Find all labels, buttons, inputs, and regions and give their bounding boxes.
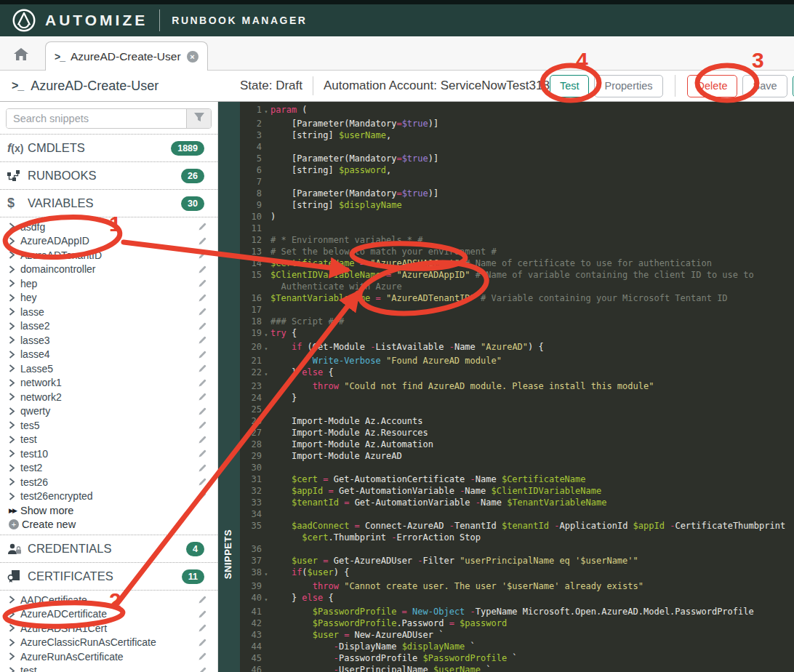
variable-item[interactable]: hep [0,276,217,291]
edit-pencil-icon[interactable] [198,222,207,231]
code-line[interactable]: 3 [string] $userName, [240,129,794,141]
edit-pencil-icon[interactable] [198,492,207,501]
search-input[interactable] [7,109,186,128]
code-line[interactable]: 38▾ if($user) { [240,567,794,580]
variable-item[interactable]: Lasse5 [0,361,217,376]
edit-pencil-icon[interactable] [198,265,207,274]
code-line[interactable]: 32 $appId = Get-AutomationVariable -Name… [240,485,794,497]
code-line[interactable]: 9 [string] $displayName [240,199,794,211]
edit-pencil-icon[interactable] [198,321,207,331]
edit-pencil-icon[interactable] [198,378,207,388]
edit-pencil-icon[interactable] [198,623,207,633]
section-credentials[interactable]: CREDENTIALS 4 [0,535,217,563]
edit-pencil-icon[interactable] [198,435,207,444]
chevron-right-icon[interactable] [9,652,20,660]
chevron-right-icon[interactable] [9,393,20,401]
properties-button[interactable]: Properties [594,75,662,97]
code-line[interactable]: 44 -DisplayName $displayName ` [240,641,794,652]
code-line[interactable]: 28 Import-Module Az.Automation [240,439,794,450]
code-line[interactable]: 40▾ } else { [240,592,794,606]
fold-caret-icon[interactable]: ▾ [262,327,270,341]
chevron-right-icon[interactable] [9,667,20,672]
variable-item[interactable]: AzureADAppID [0,234,217,249]
fold-caret-icon[interactable]: ▾ [262,567,270,580]
variable-item[interactable]: hey [0,291,217,305]
chevron-right-icon[interactable] [9,308,20,316]
variable-item[interactable]: network1 [0,376,217,391]
code-line[interactable]: 39 throw "Cannot create user. The user '… [240,580,794,592]
certificate-item[interactable]: AzureADSHA1Cert [0,621,217,636]
certificate-item[interactable]: AzureRunAsCertificate [0,649,217,664]
edit-pencil-icon[interactable] [198,392,207,401]
chevron-right-icon[interactable] [9,464,20,472]
variable-item[interactable]: lasse3 [0,333,217,348]
home-tab[interactable] [9,41,33,70]
code-line[interactable]: 22▾ } else { [240,367,794,380]
chevron-right-icon[interactable] [9,478,20,486]
variable-item[interactable]: qwerty [0,404,217,419]
chevron-right-icon[interactable] [9,610,20,618]
variable-item[interactable]: test26encrypted [0,489,217,504]
code-line[interactable]: 10) [240,211,794,223]
code-line[interactable]: 12# * Environment variabels * # [240,234,794,246]
code-line[interactable]: 41 $PasswordProfile = New-Object -TypeNa… [240,606,794,617]
chevron-right-icon[interactable] [9,237,20,245]
variable-item[interactable]: tes5 [0,418,217,433]
chevron-right-icon[interactable] [9,421,20,429]
edit-pencil-icon[interactable] [198,477,207,487]
code-line[interactable]: 34 [240,508,794,520]
code-line[interactable]: 19▾try { [240,327,794,341]
chevron-right-icon[interactable] [9,364,20,372]
snippets-panel-strip[interactable]: SNIPPETS [218,102,240,672]
variable-item[interactable]: lasse2 [0,319,217,334]
code-line[interactable]: 17 [240,304,794,316]
section-runbooks[interactable]: RUNBOOKS 26 [0,162,217,190]
section-cmdlets[interactable]: f(x) CMDLETS 1889 [0,135,217,162]
code-line[interactable]: 31 $cert = Get-AutomationCertificate -Na… [240,473,794,485]
edit-pencil-icon[interactable] [198,407,207,416]
code-line[interactable]: 33 $tenantId = Get-AutomationVariable -N… [240,497,794,508]
variable-item[interactable]: lasse [0,305,217,319]
test-button[interactable]: Test [550,75,590,97]
code-line[interactable]: 2 [Parameter(Mandatory=$true)] [240,118,794,129]
edit-pencil-icon[interactable] [198,595,207,604]
edit-pencil-icon[interactable] [198,279,207,288]
code-line[interactable]: 21 Write-Verbose "Found AzureAD module" [240,355,794,367]
chevron-right-icon[interactable] [9,351,20,359]
code-line[interactable]: 24 } [240,392,794,404]
code-line[interactable]: 36 [240,543,794,555]
edit-pencil-icon[interactable] [198,638,207,647]
chevron-right-icon[interactable] [9,294,20,302]
edit-pencil-icon[interactable] [198,364,207,373]
edit-pencil-icon[interactable] [198,449,207,458]
chevron-right-icon[interactable] [9,322,20,330]
fold-caret-icon[interactable]: ▾ [262,341,270,355]
variable-item[interactable]: test26 [0,475,217,489]
code-line[interactable]: 20▾ if (Get-Module -ListAvailable -Name … [240,341,794,355]
fold-caret-icon[interactable]: ▾ [262,592,270,606]
code-line[interactable]: 46 -UserPrincipalName $userName ` [240,664,794,672]
code-line[interactable]: 35 $aadConnect = Connect-AzureAD -Tenant… [240,520,794,543]
code-line[interactable]: 11 [240,223,794,234]
code-line[interactable]: 14$CertificateName = "AzureADSHA1Cert" #… [240,257,794,269]
code-line[interactable]: 29 Import-Module AzureAD [240,450,794,462]
edit-pencil-icon[interactable] [198,666,207,672]
chevron-right-icon[interactable] [9,449,20,457]
variable-item[interactable]: test2 [0,461,217,476]
code-line[interactable]: 43 $user = New-AzureADUser ` [240,629,794,641]
certificate-item[interactable]: test [0,664,217,672]
code-line[interactable]: 25 [240,404,794,415]
chevron-right-icon[interactable] [9,336,20,344]
code-line[interactable]: 42 $PasswordProfile.Password = $password [240,617,794,629]
section-variables[interactable]: $ VARIABLES 30 [0,190,217,217]
edit-pencil-icon[interactable] [198,652,207,661]
edit-pencil-icon[interactable] [198,420,207,430]
edit-pencil-icon[interactable] [198,250,207,260]
edit-pencil-icon[interactable] [198,307,207,316]
variable-item[interactable]: domaincontroller [0,263,217,277]
code-line[interactable]: 45 -PasswordProfile $PasswordProfile ` [240,652,794,664]
chevron-right-icon[interactable] [9,407,20,415]
fold-caret-icon[interactable]: ▾ [262,104,270,118]
show-more-item[interactable]: ▶▶ Show more [0,503,217,518]
chevron-right-icon[interactable] [9,639,20,647]
